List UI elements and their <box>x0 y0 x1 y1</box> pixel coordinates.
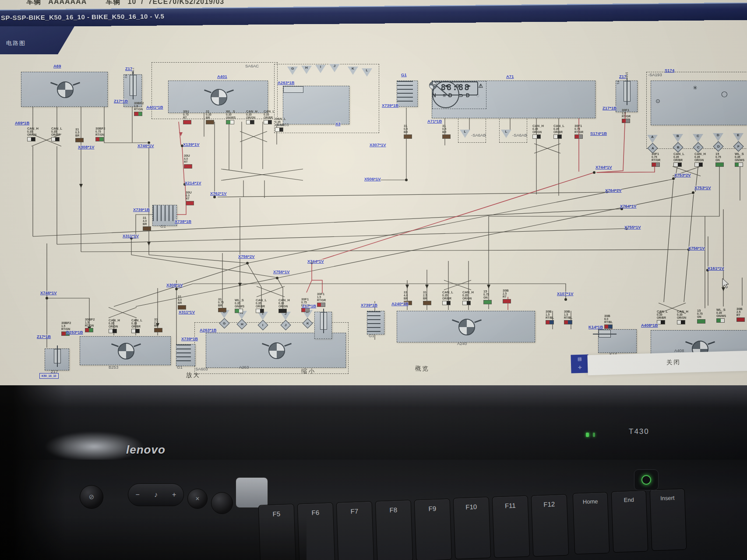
key-F9[interactable]: F9 <box>414 499 452 560</box>
connector-link[interactable]: X746*1V <box>40 291 57 295</box>
wire-color-chip <box>27 137 35 141</box>
connector-link[interactable]: X744*1V <box>307 259 324 264</box>
key-End[interactable]: End <box>611 490 648 553</box>
connector-link[interactable]: A408*1B <box>641 323 658 328</box>
key-F5[interactable]: F5 <box>258 504 296 560</box>
connector-link[interactable]: X308*1V <box>78 145 95 149</box>
connector-link[interactable]: X753*2V <box>674 173 691 177</box>
key-Home[interactable]: Home <box>573 492 610 555</box>
connector-link[interactable]: X311*1V <box>123 234 139 238</box>
junction-dot <box>213 196 216 198</box>
battery-led <box>586 433 589 437</box>
wire-label: WL_S0.35GN/WS <box>235 299 255 313</box>
connector-link[interactable]: A69 <box>53 64 61 68</box>
connector-link[interactable]: Z17*1B <box>37 335 51 339</box>
fuse-icon <box>320 312 327 330</box>
connector-link[interactable]: A263*1B <box>200 328 217 332</box>
connector-link[interactable]: X308*1V <box>166 283 183 287</box>
wire-arrow <box>722 287 725 291</box>
power-button[interactable] <box>634 469 659 490</box>
connector-link[interactable]: X311*1V <box>179 310 195 314</box>
connector-link[interactable]: X739*1B <box>181 337 198 341</box>
connector-link[interactable]: B253*1B <box>66 330 83 335</box>
connector-link[interactable]: X744*1V <box>595 165 612 169</box>
connector-link[interactable]: G1 <box>401 73 407 77</box>
connector-link[interactable]: X756*2V <box>238 254 255 259</box>
twisted-pair-crossing <box>221 169 303 180</box>
connector-link[interactable]: X161*1V <box>708 266 724 271</box>
key-F10[interactable]: F10 <box>453 497 491 560</box>
connector-link[interactable]: X214*1V <box>185 181 201 185</box>
wire-color-chip <box>226 120 234 124</box>
zoom-in-button[interactable]: 放大 <box>186 371 201 379</box>
mini-toolbar[interactable]: ▤ ✛ <box>571 354 588 373</box>
power-led <box>593 433 595 437</box>
key-F7[interactable]: F7 <box>336 501 374 560</box>
wire-signal: 31 <box>442 124 446 128</box>
connector-link[interactable]: X739*1B <box>382 103 398 108</box>
diagram-canvas[interactable]: F27.5A88:88◠ ◄ ⊖ ► ⚠N ≡D ⊃D ◌F110A⊙✳◯GHI… <box>0 0 747 385</box>
wire-label: CAN_H0.35OR/GN <box>462 291 483 305</box>
wire-color-chip <box>622 119 630 123</box>
fuse-icon <box>54 349 61 363</box>
grid-icon[interactable]: ▤ <box>578 356 582 361</box>
connector-link[interactable]: X746*1V <box>137 144 154 148</box>
connector-link[interactable]: Z17 <box>619 74 626 79</box>
connector-link[interactable]: Z17*1B <box>603 106 617 110</box>
zoom-out-button[interactable]: 缩小 <box>301 367 316 375</box>
connector-link[interactable]: K14*1B <box>588 325 603 329</box>
key-F8[interactable]: F8 <box>375 500 413 560</box>
connector-link[interactable]: Z17 <box>125 67 132 71</box>
overview-button[interactable]: 概览 <box>415 365 430 373</box>
junction-dot <box>564 298 567 301</box>
connector-link[interactable]: X307*1V <box>370 143 386 147</box>
connector-link[interactable]: X764*1V <box>620 204 637 208</box>
connector-link[interactable]: Z17*1B <box>114 99 128 103</box>
wire-label: CAN_L0.35OR/BR <box>131 319 152 333</box>
connector-link[interactable]: A69*1B <box>15 121 29 125</box>
connector-link[interactable]: S174 <box>665 68 674 73</box>
connector-link[interactable]: X755*1V <box>624 225 641 229</box>
connector-link[interactable]: A71 <box>506 74 514 79</box>
key-Insert[interactable]: Insert <box>650 489 687 551</box>
key-F12[interactable]: F12 <box>531 494 569 557</box>
connector-link[interactable]: X764*2V <box>605 188 622 193</box>
connector-link[interactable]: X738*1B <box>175 219 191 224</box>
think-button[interactable] <box>211 492 233 514</box>
connector-link[interactable]: A263*1B <box>278 81 295 85</box>
connector-link[interactable]: X762*1V <box>210 191 227 196</box>
key-F11[interactable]: F11 <box>492 496 530 558</box>
connector-link[interactable]: Z17*1B <box>302 304 316 308</box>
volume-rocker[interactable]: − ♪ + <box>128 483 184 506</box>
connector-link[interactable]: X739*1B <box>133 208 150 212</box>
mic-mute-button[interactable]: ✕ <box>187 489 208 509</box>
camera-key[interactable] <box>236 477 268 508</box>
connector-link[interactable]: X753*1V <box>694 186 711 190</box>
frame-ref-box[interactable]: K50_16_10 <box>39 373 59 379</box>
connector-link[interactable]: X107*1V <box>557 292 574 296</box>
ignition-switch-icon: ◯ <box>721 91 728 97</box>
mute-button[interactable]: ⊘ <box>80 485 103 509</box>
volume-down-icon[interactable]: − <box>136 491 140 499</box>
connector-link[interactable]: A401 <box>217 74 227 79</box>
print-icon[interactable]: ✛ <box>578 365 582 370</box>
key-F6[interactable]: F6 <box>297 503 335 560</box>
wire-label: CAN_H0.35OR/GN <box>694 152 715 167</box>
wire-label: CAN_H0.35OR/GN <box>27 127 47 141</box>
close-button[interactable]: 关闭 <box>666 358 681 366</box>
connector-link[interactable]: A401*1B <box>146 105 163 109</box>
connector-link[interactable]: X739*1B <box>361 303 377 307</box>
wire <box>177 185 186 215</box>
connector-link[interactable]: X3 <box>335 122 341 126</box>
connector-link[interactable]: A240*1B <box>391 302 409 306</box>
connector-link[interactable]: A71*1B <box>427 119 442 123</box>
twisted-pair-crossing <box>240 131 267 142</box>
volume-up-icon[interactable]: + <box>172 491 176 499</box>
connector-link[interactable]: X756*1V <box>688 246 705 250</box>
connector-link[interactable]: S174*1B <box>590 131 607 136</box>
wire-signal: CAN_H <box>27 127 39 130</box>
connector-link[interactable]: X506*1V <box>364 177 381 181</box>
connector-link[interactable]: X139*1V <box>183 142 200 147</box>
twisted-pair-crossing <box>444 280 471 290</box>
connector-link[interactable]: X756*1V <box>273 270 290 274</box>
